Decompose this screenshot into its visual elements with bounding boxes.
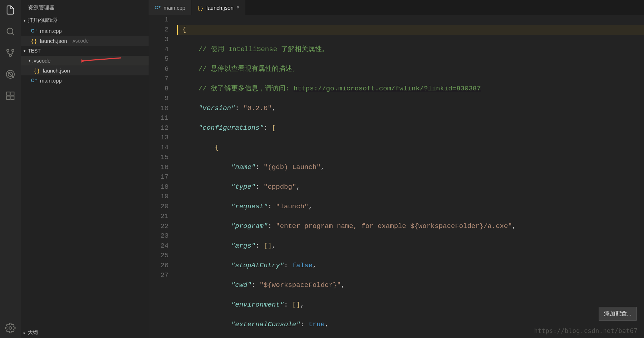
tab-launch-json[interactable]: { } launch.json × bbox=[191, 0, 246, 15]
add-config-button[interactable]: 添加配置... bbox=[599, 307, 637, 321]
editor-area: C⁺ main.cpp { } launch.json × 1234567891… bbox=[149, 0, 644, 338]
open-editor-item[interactable]: C⁺ main.cpp bbox=[21, 26, 149, 36]
open-editors-label: 打开的编辑器 bbox=[28, 17, 58, 24]
file-label: main.cpp bbox=[40, 28, 62, 34]
sidebar-title: 资源管理器 bbox=[21, 0, 149, 15]
outline-label: 大纲 bbox=[28, 329, 38, 336]
svg-point-4 bbox=[9, 54, 11, 56]
code-content: { // 使用 IntelliSense 了解相关属性。 // 悬停以查看现有属… bbox=[177, 15, 644, 338]
search-icon[interactable] bbox=[5, 26, 16, 37]
file-label: launch.json bbox=[40, 38, 67, 44]
file-hint: .vscode bbox=[71, 38, 89, 44]
outline-header[interactable]: ▸ 大纲 bbox=[21, 327, 149, 338]
workspace-header[interactable]: ▾ TEST bbox=[21, 46, 149, 56]
svg-line-1 bbox=[12, 33, 14, 35]
cpp-icon: C⁺ bbox=[31, 28, 37, 34]
close-icon[interactable]: × bbox=[236, 4, 240, 11]
folder-label: .vscode bbox=[32, 58, 51, 64]
file-label: main.cpp bbox=[40, 78, 62, 84]
line-gutter: 1234567891011121314151617181920212223242… bbox=[149, 15, 177, 338]
cpp-icon: C⁺ bbox=[31, 77, 37, 84]
activity-bar bbox=[0, 0, 21, 338]
explorer-sidebar: 资源管理器 ▾ 打开的编辑器 C⁺ main.cpp { } launch.js… bbox=[21, 0, 149, 338]
watermark-text: https://blog.csdn.net/bat67 bbox=[534, 327, 638, 334]
file-label: launch.json bbox=[43, 68, 70, 74]
tab-label: main.cpp bbox=[164, 5, 185, 11]
cpp-icon: C⁺ bbox=[154, 4, 161, 11]
workspace-name: TEST bbox=[28, 48, 41, 54]
json-icon: { } bbox=[34, 67, 40, 74]
chevron-down-icon: ▾ bbox=[24, 18, 26, 23]
svg-point-2 bbox=[7, 49, 9, 51]
git-icon[interactable] bbox=[5, 47, 16, 59]
extensions-icon[interactable] bbox=[5, 90, 16, 101]
file-main-cpp[interactable]: C⁺ main.cpp bbox=[21, 75, 149, 85]
svg-point-12 bbox=[9, 327, 12, 329]
chevron-down-icon: ▾ bbox=[29, 58, 31, 63]
folder-vscode[interactable]: ▾ .vscode bbox=[21, 56, 149, 65]
json-icon: { } bbox=[197, 4, 204, 11]
tab-label: launch.json bbox=[206, 5, 234, 11]
svg-rect-8 bbox=[7, 92, 10, 95]
open-editor-item[interactable]: { } launch.json .vscode bbox=[21, 36, 149, 46]
svg-point-3 bbox=[12, 49, 14, 51]
editor-tabs: C⁺ main.cpp { } launch.json × bbox=[149, 0, 644, 15]
chevron-right-icon: ▸ bbox=[24, 330, 26, 335]
svg-rect-9 bbox=[11, 92, 14, 95]
files-icon[interactable] bbox=[5, 4, 16, 16]
debug-icon[interactable] bbox=[5, 69, 16, 80]
svg-rect-11 bbox=[11, 96, 14, 99]
settings-icon[interactable] bbox=[5, 322, 16, 334]
code-editor[interactable]: 1234567891011121314151617181920212223242… bbox=[149, 15, 644, 338]
svg-rect-10 bbox=[7, 96, 10, 99]
svg-point-0 bbox=[7, 28, 13, 34]
json-icon: { } bbox=[31, 38, 37, 44]
tab-main-cpp[interactable]: C⁺ main.cpp bbox=[149, 0, 191, 15]
open-editors-header[interactable]: ▾ 打开的编辑器 bbox=[21, 15, 149, 26]
file-launch-json[interactable]: { } launch.json bbox=[21, 65, 149, 75]
chevron-down-icon: ▾ bbox=[24, 49, 26, 53]
